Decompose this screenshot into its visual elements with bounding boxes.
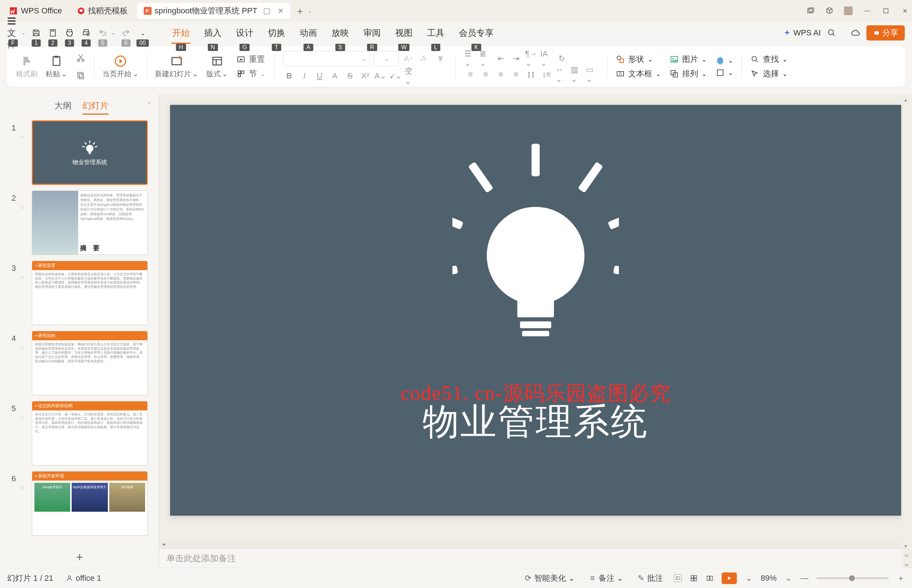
share-button[interactable]: 分享 xyxy=(867,25,905,40)
thumbnail-3[interactable]: ▪ 研究背景 随着社会的快速发展，计算机的影响是全面且深入的。人们生活水平的不断… xyxy=(32,261,147,325)
thumbnail-2[interactable]: 随着信息化时代的到来，管理系统都趋向于智能化、系统化，物业管理系统也不例外。本论… xyxy=(32,191,147,255)
thumbnail-5[interactable]: ▪ 论文的内容和结构 本论文共分为六章。第一章绪论，介绍研究背景、研究目的和意义… xyxy=(32,401,147,465)
indent-right-icon[interactable]: ⇥ xyxy=(510,52,522,65)
font-size-select[interactable]: ⌄ xyxy=(374,51,399,66)
highlight-icon[interactable]: ⌄ xyxy=(389,70,402,82)
file-menu-button[interactable]: ☰ 文件 F xyxy=(7,27,19,39)
close-window-icon[interactable]: ✕ xyxy=(901,6,909,15)
ltr-icon[interactable]: ¶→ ⌄ xyxy=(525,52,538,65)
textbox-button[interactable]: A文本框 ⌄ xyxy=(616,68,661,79)
cloud-icon[interactable] xyxy=(850,27,861,39)
tab-document[interactable]: P springboot物业管理系统 PPT ▢ ✕ xyxy=(137,3,290,19)
thumbnail-1[interactable]: 物业管理系统 xyxy=(32,120,147,185)
fill-style-button[interactable]: ⌄ xyxy=(716,56,733,65)
multiwindow-icon[interactable] xyxy=(806,6,815,15)
thumbnail-6[interactable]: ▪ 系统开发环境 Java技术简介 MySQL数据库技术简介 B/S架构 xyxy=(32,471,147,536)
menu-tab-transition[interactable]: 切换T xyxy=(267,26,286,40)
menu-tab-slideshow[interactable]: 放映S xyxy=(331,26,350,40)
superscript-icon[interactable]: X² xyxy=(359,70,371,82)
author-field[interactable]: office 1 xyxy=(63,572,104,585)
arrange-button[interactable]: 排列 ⌄ xyxy=(670,68,706,79)
numbering-icon[interactable]: ≣ ⌄ xyxy=(479,52,492,65)
horizontal-scrollbar[interactable]: ◂ ▸ xyxy=(159,540,912,548)
zoom-caret[interactable]: ⌄ xyxy=(785,574,792,582)
printpreview-icon[interactable]: 4 xyxy=(80,27,92,39)
menu-tab-animation[interactable]: 动画A xyxy=(299,26,318,40)
distribute-icon[interactable]: ⫿⫿ xyxy=(525,68,538,81)
layout-button[interactable]: 版式 ⌄ xyxy=(203,46,231,87)
avatar-icon[interactable] xyxy=(844,6,853,15)
star-icon[interactable]: ☆ xyxy=(19,471,28,491)
sorter-view-icon[interactable] xyxy=(690,574,698,582)
star-icon[interactable]: ☆ xyxy=(19,120,28,140)
shadow-icon[interactable]: A xyxy=(329,70,341,82)
star-icon[interactable]: ☆ xyxy=(19,331,28,351)
zoom-slider[interactable] xyxy=(816,578,889,579)
thumbnail-4[interactable]: ▪ 研究目的 随着互联网技术的快速发展，网络已经深入到人们生活的方方面面，基于网… xyxy=(32,331,147,395)
decrease-font-icon[interactable]: A- xyxy=(418,52,431,65)
scroll-up-icon[interactable]: ▴ xyxy=(904,97,910,103)
columns-icon[interactable]: ▥ ⌄ xyxy=(571,68,583,81)
rotate-text-icon[interactable]: ↻ xyxy=(556,52,568,65)
minimize-icon[interactable]: — xyxy=(863,6,872,15)
menu-tab-view[interactable]: 视图W xyxy=(394,26,413,40)
format-painter-button[interactable]: 格式刷 xyxy=(13,46,40,87)
star-icon[interactable]: ☆ xyxy=(19,261,28,281)
beautify-button[interactable]: ⟳智能美化 ⌄ xyxy=(521,571,578,585)
menu-tab-review[interactable]: 审阅R xyxy=(363,26,381,40)
quickbar-more-icon[interactable]: ⌄00 xyxy=(137,27,148,39)
print-icon[interactable]: 3 xyxy=(64,27,75,39)
file-caret[interactable]: ⌄ xyxy=(22,31,25,36)
shape-button[interactable]: 形状 ⌄ xyxy=(616,54,661,65)
clear-format-icon[interactable] xyxy=(434,52,447,65)
scroll-down-icon[interactable]: ▾ xyxy=(904,543,910,549)
new-tab-button[interactable]: ＋ xyxy=(295,5,305,17)
saveas-icon[interactable]: 2 xyxy=(47,27,58,39)
align-left-icon[interactable]: ≡ xyxy=(464,68,476,81)
new-slide-button[interactable]: 新建幻灯片 ⌄ xyxy=(152,46,201,87)
normal-view-icon[interactable] xyxy=(674,574,682,582)
reading-view-icon[interactable] xyxy=(706,574,714,582)
line-spacing-icon[interactable]: ↕≡ xyxy=(540,68,552,81)
notes-input[interactable]: 单击此处添加备注 xyxy=(159,548,912,568)
slideshow-caret[interactable]: ⌄ xyxy=(745,574,753,582)
style-icon[interactable]: ▭ ⌄ xyxy=(586,68,598,81)
slideshow-play-button[interactable] xyxy=(722,572,737,584)
menu-tab-insert[interactable]: 插入N xyxy=(203,26,222,40)
font-color-icon[interactable]: A ⌄ xyxy=(374,70,387,82)
menu-tab-tools[interactable]: 工具L xyxy=(426,26,445,40)
select-button[interactable]: 选择 ⌄ xyxy=(751,68,787,79)
tab-menu-caret[interactable]: ⌄ xyxy=(308,8,312,13)
menu-tab-start[interactable]: 开始H xyxy=(172,26,190,40)
notes-toggle[interactable]: ≡备注 ⌄ xyxy=(586,571,626,585)
canvas-scroll[interactable]: code51. cn-源码乐园盗图必究 物业管理系统 xyxy=(159,94,912,540)
zoom-in-icon[interactable]: ＋ xyxy=(897,574,905,582)
star-icon[interactable]: ☆ xyxy=(19,191,28,210)
next-slide-icon[interactable]: ≍ xyxy=(904,562,910,568)
align-center-icon[interactable]: ≡ xyxy=(479,68,492,81)
increase-font-icon[interactable]: A+ xyxy=(402,52,415,65)
collapse-pane-icon[interactable]: ‹ xyxy=(148,99,150,106)
from-current-button[interactable]: 当页开始 ⌄ xyxy=(99,46,141,87)
wps-ai-button[interactable]: WPS AI xyxy=(783,28,821,37)
menu-tab-member[interactable]: 会员专享K xyxy=(458,26,494,40)
outline-style-button[interactable]: ⌄ xyxy=(716,68,733,77)
redo-icon[interactable]: 6 xyxy=(120,27,132,39)
tab-docer[interactable]: 找稻壳模板 xyxy=(71,3,134,19)
bullets-icon[interactable]: ☰ ⌄ xyxy=(464,52,476,65)
picture-button[interactable]: 图片 ⌄ xyxy=(670,54,706,65)
undo-icon[interactable]: 5 xyxy=(97,27,109,39)
phonetic-icon[interactable]: 变 ⌄ xyxy=(405,70,417,82)
comments-toggle[interactable]: ✎批注 xyxy=(634,571,666,585)
menu-tab-design[interactable]: 设计G xyxy=(235,26,254,40)
zoom-out-icon[interactable]: — xyxy=(800,574,808,582)
cube-icon[interactable] xyxy=(825,6,834,15)
undo-caret[interactable]: ⌄ xyxy=(112,31,115,36)
underline-icon[interactable]: U xyxy=(313,70,326,82)
align-justify-icon[interactable]: ≡ xyxy=(510,68,522,81)
font-family-select[interactable]: ⌄ xyxy=(283,51,370,66)
spacing-icon[interactable]: ↔ ⌄ xyxy=(556,68,568,81)
italic-icon[interactable]: I xyxy=(298,70,311,82)
find-button[interactable]: 查找 ⌄ xyxy=(751,54,787,65)
indent-left-icon[interactable]: ⇤ xyxy=(495,52,507,65)
